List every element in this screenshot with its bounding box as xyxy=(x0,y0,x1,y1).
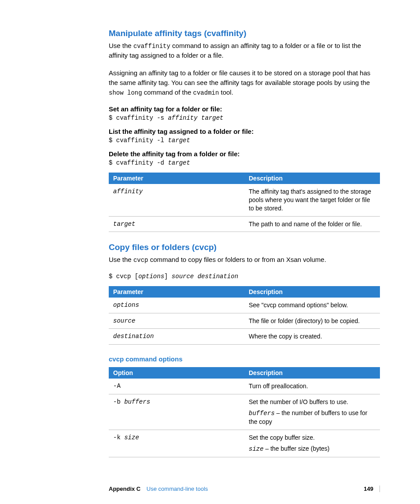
text: Assigning an affinity tag to a folder or… xyxy=(109,69,370,86)
table-row: destination Where the copy is created. xyxy=(109,329,380,345)
page-footer: Appendix C Use command-line tools 149 xyxy=(0,486,420,504)
table-cell-desc: See "cvcp command options" below. xyxy=(244,298,380,313)
chapter-title: Use command-line tools xyxy=(147,486,208,492)
table-cell-param: source xyxy=(109,313,244,329)
inline-code: cvcp xyxy=(133,257,148,264)
table-cell-param: target xyxy=(109,216,244,232)
text: – the buffer size (bytes) xyxy=(264,445,330,452)
footer-right: 149 xyxy=(357,486,373,492)
footer-left: Appendix C Use command-line tools xyxy=(109,486,208,492)
table-cell-option: -b buffers xyxy=(109,394,244,430)
subheading-cvcp-options: cvcp command options xyxy=(109,355,380,363)
cmd-arg: target xyxy=(168,137,190,144)
text: Use the xyxy=(109,42,133,49)
cmd-literal: $ cvaffinity -l xyxy=(109,137,168,144)
command-line: $ cvaffinity -d target xyxy=(109,159,380,166)
appendix-label: Appendix C xyxy=(109,486,140,492)
table-header: Description xyxy=(244,367,380,379)
cmd-literal: ] xyxy=(164,273,172,280)
paragraph: Use the cvcp command to copy files or fo… xyxy=(109,255,380,265)
table-cell-desc: Set the copy buffer size. size – the buf… xyxy=(244,430,380,457)
table-header: Parameter xyxy=(109,173,244,184)
table-cell-desc: The affinity tag that's assigned to the … xyxy=(244,184,380,216)
cmd-literal: $ cvcp [ xyxy=(109,273,138,280)
table-header: Option xyxy=(109,367,244,379)
opt-arg: size xyxy=(124,434,139,441)
opt-literal: -b xyxy=(113,398,124,405)
table-cvcp-params: Parameter Description options See "cvcp … xyxy=(109,286,380,345)
cmd-arg: options xyxy=(138,273,164,280)
table-header: Description xyxy=(244,286,380,298)
inline-code-arg: buffers xyxy=(249,410,275,417)
cmd-arg: target xyxy=(168,159,190,166)
table-cell-param: affinity xyxy=(109,184,244,216)
command-line: $ cvaffinity -s affinity target xyxy=(109,114,380,121)
table-header-row: Option Description xyxy=(109,367,380,379)
text: size – the buffer size (bytes) xyxy=(249,445,376,453)
text: command of the xyxy=(142,88,193,96)
table-header: Description xyxy=(244,173,380,184)
inline-code: cvaffinity xyxy=(133,43,170,50)
text: Set the copy buffer size. xyxy=(249,434,376,442)
table-row: -b buffers Set the number of I/O buffers… xyxy=(109,394,380,430)
table-cell-desc: Turn off preallocation. xyxy=(244,379,380,394)
table-cell-param: options xyxy=(109,298,244,313)
paragraph: Use the cvaffinity command to assign an … xyxy=(109,41,380,60)
text: tool. xyxy=(219,88,233,96)
table-cell-desc: The file or folder (directory) to be cop… xyxy=(244,313,380,329)
opt-arg: buffers xyxy=(124,398,150,405)
paragraph: Assigning an affinity tag to a folder or… xyxy=(109,68,380,97)
text: buffers – the number of buffers to use f… xyxy=(249,409,376,426)
cmd-arg: source destination xyxy=(172,273,238,280)
table-header-row: Parameter Description xyxy=(109,286,380,298)
table-cell-desc: Where the copy is created. xyxy=(244,329,380,345)
text: Use the xyxy=(109,256,133,263)
page-content: Manipulate affinity tags (cvaffinity) Us… xyxy=(0,0,420,486)
cmd-literal: $ cvaffinity -d xyxy=(109,159,168,166)
heading-cvcp: Copy files or folders (cvcp) xyxy=(109,243,380,252)
heading-cvaffinity: Manipulate affinity tags (cvaffinity) xyxy=(109,29,380,38)
page-number: 149 xyxy=(364,486,373,492)
cmd-arg: affinity target xyxy=(168,114,223,121)
cmd-literal: $ cvaffinity -s xyxy=(109,114,168,121)
table-header: Parameter xyxy=(109,286,244,298)
command-line: $ cvcp [options] source destination xyxy=(109,273,380,280)
table-cvaffinity-params: Parameter Description affinity The affin… xyxy=(109,173,380,232)
inline-code-arg: size xyxy=(249,445,264,452)
footer-line: Appendix C Use command-line tools 149 xyxy=(109,486,380,492)
table-cell-option: -k size xyxy=(109,430,244,457)
table-cvcp-options: Option Description -A Turn off prealloca… xyxy=(109,367,380,457)
table-row: options See "cvcp command options" below… xyxy=(109,298,380,313)
subheading: Set an affinity tag for a folder or file… xyxy=(109,105,380,113)
table-header-row: Parameter Description xyxy=(109,173,380,184)
table-cell-desc: Set the number of I/O buffers to use. bu… xyxy=(244,394,380,430)
table-cell-desc: The path to and name of the folder or fi… xyxy=(244,216,380,232)
table-row: -A Turn off preallocation. xyxy=(109,379,380,394)
table-row: -k size Set the copy buffer size. size –… xyxy=(109,430,380,457)
table-row: affinity The affinity tag that's assigne… xyxy=(109,184,380,216)
table-row: source The file or folder (directory) to… xyxy=(109,313,380,329)
inline-code: cvadmin xyxy=(193,89,219,96)
text: Set the number of I/O buffers to use. xyxy=(249,398,376,406)
table-cell-param: destination xyxy=(109,329,244,345)
table-cell-option: -A xyxy=(109,379,244,394)
subheading: List the affinity tag assigned to a fold… xyxy=(109,128,380,135)
subheading: Delete the affinity tag from a folder or… xyxy=(109,150,380,158)
opt-literal: -k xyxy=(113,434,124,441)
table-row: target The path to and name of the folde… xyxy=(109,216,380,232)
text: command to copy files or folders to or f… xyxy=(148,256,326,263)
command-line: $ cvaffinity -l target xyxy=(109,137,380,144)
inline-code: show long xyxy=(109,89,142,96)
